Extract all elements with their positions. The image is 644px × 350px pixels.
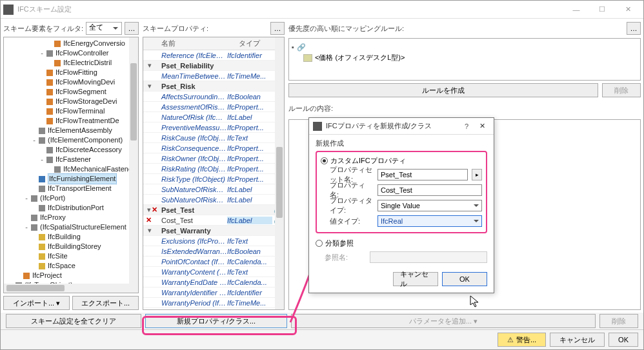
property-row[interactable]: WarrantyPeriod (IfcProd...IfcTimeMe... [143,298,284,308]
property-row[interactable]: RiskType (IfcObject)IfcPropert... [143,174,284,184]
create-rule-button[interactable]: ルールを作成 [288,83,598,97]
dialog-close-button[interactable]: ✕ [474,122,490,130]
delete-rule-button[interactable]: 削除 [602,83,641,97]
tree-item[interactable]: IfcElectricDistril [4,58,138,68]
tree-item[interactable]: IfcFlowStorageDevi [4,97,138,106]
property-group[interactable]: ▾Pset_Reliability [143,61,284,71]
property-row[interactable]: NatureOfRisk (IfcObject)IfcLabel [143,112,284,122]
proptype-select[interactable]: Single Value [377,200,482,211]
import-button[interactable]: インポート... ▾ [3,296,70,310]
tree-item[interactable]: IfcBuilding [4,232,138,242]
property-row[interactable]: IsExtendedWarranty (Ifc...IfcBoolean [143,246,284,257]
filter-select[interactable]: 全て [86,22,122,35]
property-table[interactable]: 名前 タイプ Reference (IfcElement)IfcIdentifi… [143,37,285,310]
property-row[interactable]: WarrantyIdentifier (IfcPr...IfcIdentifie… [143,287,284,298]
property-row[interactable]: Exclusions (IfcProduct)IfcText [143,236,284,246]
property-row[interactable]: WarrantyContent (IfcPro...IfcText [143,267,284,277]
tree-item[interactable]: IfcFlowTreatmentDe [4,116,138,126]
property-row[interactable]: Reference (IfcElement)IfcIdentifier [143,50,284,61]
tree-item[interactable]: IfcBuildingStorey [4,242,138,251]
tree-item[interactable]: IfcFlowMovingDevi [4,77,138,87]
radio-class-ref[interactable] [316,240,323,247]
tree-item[interactable]: IfcFlowSegment [4,87,138,97]
pset-picker-button[interactable]: ▸ [472,169,482,180]
tree-item[interactable]: IfcTransportElement [4,184,138,193]
property-row[interactable]: ✕Cost_TestIfcLabel🔗 [143,215,284,226]
property-row[interactable]: WarrantyEndDate (IfcPro...IfcCalenda... [143,277,284,287]
property-row[interactable]: AssessmentOfRisk (IfcO...IfcPropert... [143,102,284,112]
tree-item[interactable]: IfcElementAssembly [4,126,138,135]
tree-item[interactable]: IfcEnergyConversio [4,39,138,48]
property-row[interactable]: MeanTimeBetweenFailur...IfcTimeMe... [143,71,284,81]
delete-param-button[interactable]: 削除 [599,314,638,328]
property-row[interactable]: RiskConsequence (IfcObj...IfcPropert... [143,143,284,153]
radio-class-label: 分類参照 [325,238,354,248]
tree-item[interactable]: IfcProject [4,271,138,280]
dialog-cancel-button[interactable]: キャンセル [393,272,438,286]
dialog-section-label: 新規作成 [316,139,487,148]
minimize-button[interactable]: ― [563,1,589,18]
property-row[interactable]: RiskCause (IfcObject)IfcText [143,133,284,143]
prop-input[interactable]: Cost_Test [377,184,482,196]
tree-item[interactable]: IfcSite [4,251,138,261]
mapping-more-button[interactable]: … [627,22,641,35]
schema-prop-more-button[interactable]: … [270,22,285,35]
tree-item[interactable]: -(IfcPort) [4,193,138,203]
mid-panel: スキームプロパティ: … 名前 タイプ Reference (IfcElemen… [143,21,285,310]
schema-tree[interactable]: IfcEnergyConversio-IfcFlowControllerIfcE… [3,37,139,293]
property-row[interactable]: AffectsSurroundings (Ifc...IfcBoolean [143,92,284,102]
property-row[interactable]: WarrantyStartDate (IfcPr...IfcCalenda... [143,308,284,310]
radio-custom-ifc[interactable] [321,157,328,164]
property-row[interactable]: SubNatureOfRisk1 (IfcOb...IfcLabel [143,184,284,195]
property-group[interactable]: ▾✕Pset_Test🔗 [143,205,284,215]
schema-prop-label: スキームプロパティ: [143,24,208,34]
ref-input [370,251,487,263]
ok-button[interactable]: OK [609,333,638,347]
tree-item[interactable]: IfcProxy [4,213,138,222]
tree-item[interactable]: -(IfcElementComponent) [4,135,138,145]
warning-button[interactable]: ⚠警告... [498,333,546,347]
tree-item[interactable]: IfcDiscreteAccessory [4,145,138,155]
dialog-help-button[interactable]: ? [459,122,474,130]
bullet-icon: ▪ [292,43,294,51]
tree-item[interactable]: IfcSpace [4,261,138,271]
tree-item[interactable]: IfcMechanicalFastene [4,164,138,174]
property-row[interactable]: PointOfContact (IfcProd...IfcCalenda... [143,257,284,267]
property-row[interactable]: SubNatureOfRisk2 (IfcO...IfcLabel [143,195,284,205]
tree-item[interactable]: IfcDistributionPort [4,203,138,213]
new-property-button[interactable]: 新規プロパティ/クラス... [145,314,287,328]
property-group[interactable]: ▾Pset_Risk [143,81,284,92]
proptype-label: プロパティタイプ: [321,196,374,215]
link-icon: 🔗 [297,43,306,52]
tree-item[interactable]: -IfcFastener [4,155,138,164]
mapping-list[interactable]: ▪ 🔗 <価格 (オフィスデスクL型)> [288,38,641,81]
tree-scrollbar-v[interactable] [129,37,138,293]
filter-more-button[interactable]: … [125,22,139,35]
dialog-custom-group: カスタムIFCプロパティ プロパティセット名: Pset_Test ▸ プロパテ… [316,151,487,233]
tree-scrollbar-h[interactable] [4,284,129,293]
window-title: IFCスキーム設定 [17,5,563,14]
pset-input[interactable]: Pset_Test [377,169,468,180]
proptable-scrollbar-v[interactable] [275,37,284,309]
export-button[interactable]: エクスポート... [72,296,139,310]
clear-schema-button[interactable]: スキーム設定を全てクリア [6,314,141,328]
property-row[interactable]: RiskRating (IfcObject)IfcPropert... [143,164,284,174]
close-button[interactable]: ✕ [615,1,641,18]
dialog-ok-button[interactable]: OK [442,272,487,286]
tree-item[interactable]: -(IfcSpatialStructureElement [4,222,138,232]
tree-item[interactable]: -IfcFlowController [4,48,138,58]
property-row[interactable]: RiskOwner (IfcObject)IfcPropert... [143,153,284,164]
radio-custom-label: カスタムIFCプロパティ [330,156,406,166]
tree-item[interactable]: IfcFurnishingElement [4,174,138,184]
footer-row-2: ⚠警告... キャンセル OK [1,329,643,349]
valtype-select[interactable]: IfcReal [377,215,482,227]
tree-item[interactable]: IfcFlowTerminal [4,106,138,116]
property-group[interactable]: ▾Pset_Warranty [143,226,284,236]
valtype-label: 値タイプ: [321,217,374,226]
maximize-button[interactable]: ☐ [589,1,615,18]
filter-label: スキーム要素をフィルタ: [3,24,83,34]
cancel-button[interactable]: キャンセル [550,333,605,347]
add-param-button[interactable]: パラメータを追加... ▾ [291,314,596,328]
tree-item[interactable]: IfcFlowFitting [4,68,138,77]
property-row[interactable]: PreventiveMeassures (If...IfcPropert... [143,122,284,133]
